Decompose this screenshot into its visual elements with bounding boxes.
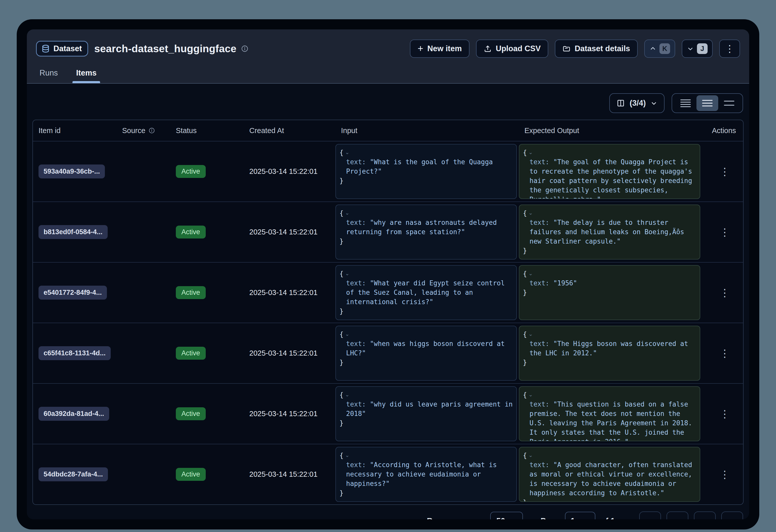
- columns-icon: [616, 99, 625, 108]
- row-actions-button[interactable]: ⋮: [720, 227, 730, 237]
- header-more-button[interactable]: ⋮: [719, 39, 740, 58]
- collapse-chevron-icon[interactable]: ⌄: [345, 210, 350, 216]
- density-compact-option[interactable]: [675, 95, 697, 111]
- new-item-button[interactable]: + New item: [410, 39, 469, 58]
- items-table: Item id Source Status Created At Input E…: [32, 120, 744, 505]
- row-actions-button[interactable]: ⋮: [720, 167, 730, 177]
- expected-output-json-viewer[interactable]: {⌄ text: "The goal of the Quagga Project…: [519, 144, 700, 199]
- collapse-chevron-icon[interactable]: ⌄: [529, 331, 533, 337]
- folder-icon: [562, 45, 571, 53]
- source-cell: [117, 384, 170, 444]
- collapse-chevron-icon[interactable]: ⌄: [345, 331, 350, 337]
- dataset-type-badge: Dataset: [36, 41, 88, 56]
- collapse-chevron-icon[interactable]: ⌄: [345, 149, 350, 155]
- row-actions-button[interactable]: ⋮: [720, 409, 730, 419]
- created-at-value: 2025-03-14 15:22:01: [249, 289, 318, 297]
- input-json-viewer[interactable]: {⌄ text: "What is the goal of the Quagga…: [336, 144, 517, 199]
- item-id-pill[interactable]: c65f41c8-1131-4d...: [38, 346, 111, 360]
- created-at-value: 2025-03-14 15:22:01: [249, 228, 318, 236]
- database-icon: [41, 44, 50, 53]
- rows-per-page-select[interactable]: 50: [490, 512, 523, 519]
- page-number-input[interactable]: [565, 512, 595, 519]
- tab-runs[interactable]: Runs: [36, 67, 61, 83]
- info-icon[interactable]: [241, 45, 248, 52]
- created-at-cell: 2025-03-14 15:22:01: [244, 202, 336, 262]
- tab-items[interactable]: Items: [72, 67, 100, 83]
- collapse-chevron-icon[interactable]: ⌄: [529, 210, 533, 216]
- expected-output-json-viewer[interactable]: {⌄ text: "1956" }: [519, 265, 700, 320]
- row-density-toggle: [671, 93, 743, 113]
- prev-page-button[interactable]: ‹: [666, 512, 688, 519]
- pagination-footer: Rows per page 50 Page of 1 « ‹ › »: [32, 512, 743, 519]
- item-id-pill[interactable]: 593a40a9-36cb-...: [38, 165, 105, 178]
- column-header-status: Status: [170, 127, 244, 135]
- status-cell: Active: [170, 444, 244, 504]
- first-page-button[interactable]: «: [639, 512, 661, 519]
- input-json-viewer[interactable]: {⌄ text: "What year did Egypt seize cont…: [336, 265, 517, 320]
- input-text-value: "when was higgs boson discoverd at LHC?": [346, 340, 505, 357]
- status-badge: Active: [176, 407, 206, 420]
- more-vertical-icon: ⋮: [725, 43, 735, 54]
- created-at-value: 2025-03-14 15:22:01: [249, 409, 318, 418]
- status-cell: Active: [170, 141, 244, 201]
- created-at-value: 2025-03-14 15:22:01: [249, 167, 318, 176]
- header: Dataset search-dataset_huggingface + New…: [27, 29, 749, 83]
- actions-cell: ⋮: [706, 444, 743, 504]
- upload-csv-button[interactable]: Upload CSV: [476, 39, 548, 58]
- status-badge: Active: [176, 225, 206, 238]
- item-id-pill[interactable]: 54dbdc28-7afa-4...: [38, 467, 108, 481]
- chevron-down-icon: [510, 518, 517, 519]
- created-at-cell: 2025-03-14 15:22:01: [244, 141, 336, 201]
- expected-output-cell: {⌄ text: "The Higgs boson was discovered…: [519, 323, 706, 383]
- app-window: Dataset search-dataset_huggingface + New…: [17, 19, 759, 529]
- dataset-details-button[interactable]: Dataset details: [555, 39, 638, 58]
- expected-output-json-viewer[interactable]: {⌄ text: "This question is based on a fa…: [519, 386, 700, 441]
- input-json-viewer[interactable]: {⌄ text: "why are nasa astronauts delaye…: [336, 204, 517, 259]
- last-page-button[interactable]: »: [721, 512, 743, 519]
- input-cell: {⌄ text: "why are nasa astronauts delaye…: [336, 202, 519, 262]
- input-json-viewer[interactable]: {⌄ text: "when was higgs boson discoverd…: [336, 326, 517, 381]
- next-page-button[interactable]: ›: [694, 512, 716, 519]
- source-cell: [117, 444, 170, 504]
- actions-cell: ⋮: [706, 262, 743, 323]
- created-at-cell: 2025-03-14 15:22:01: [244, 384, 336, 444]
- shortcut-key-j: J: [697, 43, 708, 54]
- input-json-viewer[interactable]: {⌄ text: "why did us leave paris agreeme…: [336, 386, 517, 441]
- collapse-chevron-icon[interactable]: ⌄: [529, 271, 533, 276]
- row-actions-button[interactable]: ⋮: [720, 288, 730, 298]
- expected-output-cell: {⌄ text: "The delay is due to thruster f…: [519, 202, 706, 262]
- prev-item-shortcut-button[interactable]: K: [644, 39, 675, 58]
- item-id-pill[interactable]: 60a392da-81ad-4...: [38, 407, 109, 421]
- item-id-cell: b813ed0f-0584-4...: [33, 202, 117, 262]
- expected-output-json-viewer[interactable]: {⌄ text: "The delay is due to thruster f…: [519, 204, 700, 259]
- page-label: Page: [541, 517, 559, 519]
- row-actions-button[interactable]: ⋮: [720, 348, 730, 358]
- upload-icon: [483, 45, 492, 53]
- density-medium-option[interactable]: [697, 95, 718, 111]
- input-json-viewer[interactable]: {⌄ text: "According to Aristotle, what i…: [336, 447, 517, 502]
- next-item-shortcut-button[interactable]: J: [682, 39, 713, 58]
- table-row: 54dbdc28-7afa-4... Active 2025-03-14 15:…: [33, 444, 743, 504]
- created-at-cell: 2025-03-14 15:22:01: [244, 444, 336, 504]
- collapse-chevron-icon[interactable]: ⌄: [529, 452, 533, 458]
- created-at-value: 2025-03-14 15:22:01: [249, 349, 318, 357]
- collapse-chevron-icon[interactable]: ⌄: [529, 149, 533, 155]
- info-icon[interactable]: [149, 127, 155, 134]
- collapse-chevron-icon[interactable]: ⌄: [345, 392, 350, 397]
- input-text-value: "According to Aristotle, what is necessa…: [346, 461, 497, 487]
- collapse-chevron-icon[interactable]: ⌄: [529, 392, 533, 397]
- expected-output-json-viewer[interactable]: {⌄ text: "A good character, often transl…: [519, 447, 700, 502]
- item-id-pill[interactable]: b813ed0f-0584-4...: [38, 225, 108, 239]
- columns-visibility-dropdown[interactable]: (3/4): [609, 93, 664, 113]
- row-actions-button[interactable]: ⋮: [720, 470, 730, 480]
- table-row: e5401772-84f9-4... Active 2025-03-14 15:…: [33, 262, 743, 323]
- expected-text-value: "A good character, often translated as m…: [530, 461, 692, 497]
- item-id-pill[interactable]: e5401772-84f9-4...: [38, 286, 107, 300]
- expected-output-json-viewer[interactable]: {⌄ text: "The Higgs boson was discovered…: [519, 326, 700, 381]
- collapse-chevron-icon[interactable]: ⌄: [345, 271, 350, 276]
- table-row: 593a40a9-36cb-... Active 2025-03-14 15:2…: [33, 141, 743, 201]
- status-cell: Active: [170, 262, 244, 323]
- collapse-chevron-icon[interactable]: ⌄: [345, 452, 350, 458]
- density-relaxed-option[interactable]: [718, 95, 740, 111]
- column-header-created-at: Created At: [244, 127, 336, 135]
